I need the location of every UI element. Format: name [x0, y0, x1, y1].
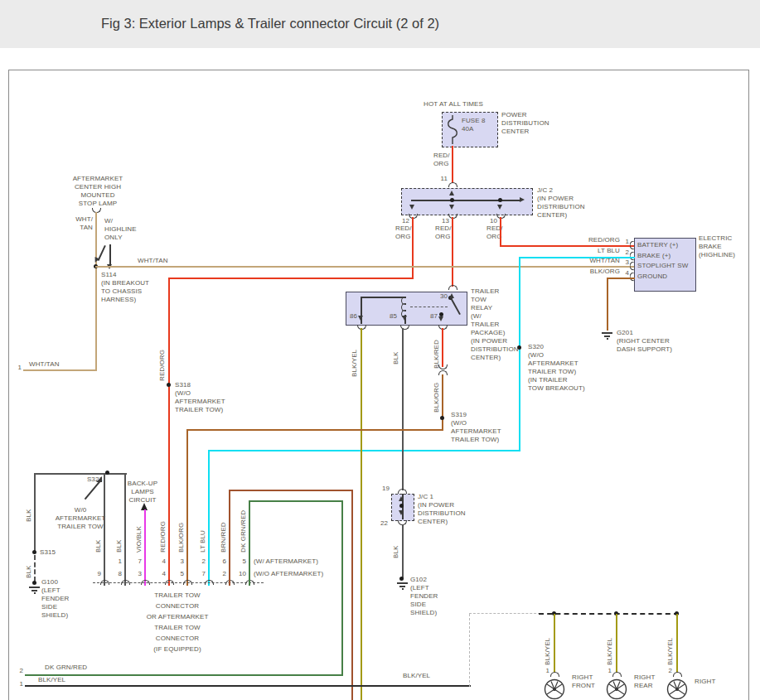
s114-label: S114(IN BREAKOUTTO CHASSISHARNESS) — [101, 271, 149, 304]
wire-blk-org — [186, 429, 188, 586]
wire-label-blk-yel: BLK/YEL — [544, 638, 552, 665]
electric-brake-label: ELECTRICBRAKE(HIGHLINE) — [699, 234, 735, 259]
ground-icon — [397, 582, 408, 591]
lamp-right-front-label: RIGHTFRONT — [572, 673, 595, 690]
lamp-icon — [605, 677, 628, 700]
wire-label-wht-tan: WHT/TAN — [138, 257, 168, 265]
pin-arc — [183, 580, 192, 585]
pointer-line — [109, 244, 111, 266]
wire-blk-yel — [554, 614, 555, 673]
pin-number: 4 — [162, 570, 166, 578]
wire-red-org — [500, 217, 501, 247]
brake-row-brake: BRAKE (+) — [637, 252, 670, 260]
arrow-up-icon — [449, 293, 454, 298]
wire-wht-tan — [95, 212, 97, 371]
wire-lt-blu — [520, 257, 635, 258]
wire-blk — [402, 328, 404, 490]
wire-lt-blu — [208, 450, 520, 451]
s319-label: S319(W/OAFTERMARKETTRAILER TOW) — [451, 411, 501, 444]
wire-red-org — [452, 146, 453, 183]
pin-number: 9 — [97, 570, 101, 578]
arrow-up-icon — [449, 191, 454, 196]
ground-icon — [29, 587, 40, 595]
ground-terminal-dot — [399, 577, 404, 581]
arrow-down-icon — [402, 316, 407, 321]
wire-label-blk-org: BLK/ORG — [177, 523, 186, 553]
pin-4: 4 — [625, 269, 629, 278]
wire-label-lt-blu: LT BLU — [598, 247, 620, 255]
wire-blk-yel-rail — [25, 685, 471, 687]
wire-label-red-org: RED/ORG — [433, 152, 450, 168]
pin-19: 19 — [382, 485, 390, 493]
wire-label-vio-blk: VIO/BLK — [135, 526, 143, 553]
wire-dk-grn-red — [249, 500, 343, 502]
arrow-down-icon — [399, 510, 404, 515]
pin-arc — [630, 241, 635, 250]
pin-arc — [100, 580, 109, 585]
pin-number: 5 — [242, 558, 246, 566]
wire-blk-yel — [676, 614, 678, 673]
wire-blk-org — [442, 374, 443, 431]
pin-number: 2 — [668, 667, 672, 675]
wire-vio-blk — [144, 509, 146, 586]
pin-arc — [630, 262, 635, 271]
pin-11: 11 — [440, 175, 448, 183]
wire-label-blk: BLK — [392, 352, 400, 364]
trailer-tow-connector-label: TRAILER TOWCONNECTOROR AFTERMARKETTRAILE… — [147, 590, 209, 654]
wire-blk-org — [607, 278, 608, 331]
wire-label-blk-org: BLK/ORG — [433, 383, 441, 413]
backup-lamps-label: BACK-UPLAMPSCIRCUIT — [128, 480, 157, 504]
wire-label-blk-yel: BLK/YEL — [403, 672, 430, 680]
pin-arc — [448, 285, 457, 290]
pin-arc — [630, 252, 635, 261]
wire-label-blk-yel: BLK/YEL — [666, 638, 675, 665]
power-distribution-center-label: POWERDISTRIBUTIONCENTER — [501, 111, 549, 136]
arrow-down-icon — [497, 205, 502, 210]
aftermarket-stop-lamp-label: AFTERMARKETCENTER HIGHMOUNTEDSTOP LAMP — [73, 175, 123, 208]
pin-22: 22 — [380, 519, 388, 528]
highline-only-note: W/HIGHLINEONLY — [104, 217, 137, 242]
ground-terminal-dot — [32, 581, 36, 585]
arrow-down-icon — [409, 205, 414, 210]
wire-lt-blu — [208, 450, 210, 586]
pin-number: 1 — [608, 667, 612, 675]
pin-number: 1 — [545, 667, 549, 675]
wire-red-org — [452, 217, 453, 287]
wire-label-blk: BLK — [392, 546, 400, 558]
wire-label-dk-grn-red: DK GRN/RED — [240, 510, 248, 553]
wire-brn-red — [229, 490, 353, 491]
pin-1: 1 — [17, 364, 22, 372]
pin-arc — [630, 273, 635, 282]
g201-label: G201(RIGHT CENTERDASH SUPPORT) — [617, 329, 672, 354]
wire-label-blk-yel: BLK/YEL — [606, 638, 614, 665]
hot-at-all-times-label: HOT AT ALL TIMES — [424, 100, 483, 109]
with-aftermarket-label: (W/ AFTERMARKET) — [254, 558, 318, 566]
wire-red-org — [412, 217, 414, 279]
arrow-down-icon — [449, 205, 454, 210]
fuse-label: FUSE 840A — [462, 117, 486, 133]
breakout-dashed-line — [469, 614, 470, 687]
figure-title: Fig 3: Exterior Lamps & Trailer connecto… — [101, 16, 439, 31]
splice-dot-s321 — [105, 471, 109, 475]
trailer-tow-relay-label: TRAILERTOWRELAY(W/TRAILERPACKAGE)(IN POW… — [471, 287, 519, 362]
wire-dk-grn-red — [25, 674, 343, 676]
pin-1: 1 — [625, 238, 629, 246]
pin-30: 30 — [440, 292, 448, 301]
wire-brn-red — [229, 490, 230, 586]
junction-dot — [498, 198, 502, 202]
pin-number: 8 — [118, 570, 122, 578]
lamp-icon — [543, 677, 566, 700]
wire-blk-org — [607, 278, 635, 279]
pin-86: 86 — [350, 312, 357, 321]
wire-label-blk-org: BLK/ORG — [590, 268, 620, 276]
pin-number: 4 — [162, 558, 166, 566]
wire-label-blk-yel: BLK/YEL — [38, 676, 65, 684]
junction-dot — [399, 504, 404, 508]
jc2-bus — [411, 200, 520, 201]
wire-blk — [34, 473, 36, 553]
wire-wht-tan — [23, 369, 97, 371]
pin-arc — [141, 580, 150, 585]
wire-label-blk: BLK — [25, 509, 33, 522]
wire-brn-red — [351, 490, 353, 700]
pin-number: 3 — [138, 570, 142, 578]
